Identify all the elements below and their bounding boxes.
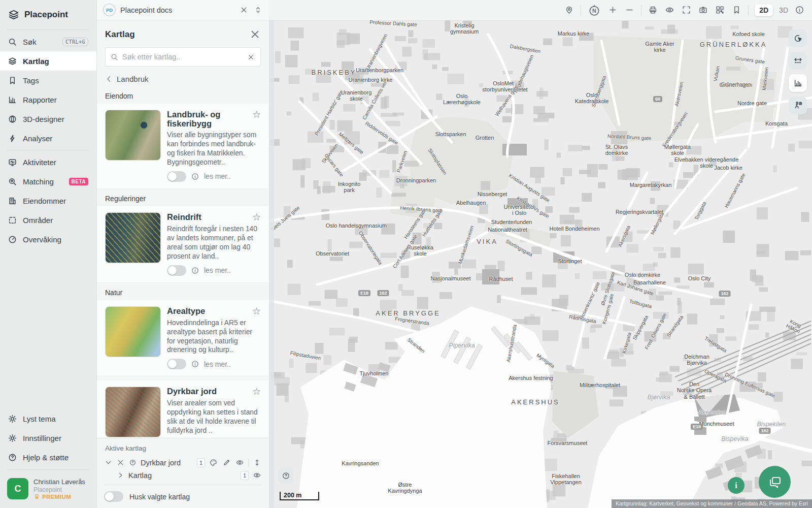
layer-title: Dyrkbar jord bbox=[167, 387, 217, 396]
active-sublayer-row[interactable]: Kartlag 1 bbox=[104, 469, 262, 485]
zoom-in-button[interactable] bbox=[607, 5, 618, 15]
user-card[interactable]: C Christian Løverås Placepoint PREMIUM bbox=[0, 472, 96, 508]
camera-icon bbox=[699, 6, 707, 14]
expand-icon[interactable] bbox=[116, 471, 125, 480]
workspace-switcher-button[interactable] bbox=[253, 5, 263, 15]
divider bbox=[7, 150, 89, 150]
workspace-search[interactable]: PD Placepoint docs bbox=[97, 0, 269, 20]
gauge-clock-icon bbox=[8, 235, 17, 244]
favorite-star-icon[interactable]: ☆ bbox=[249, 110, 261, 119]
user-name: Christian Løverås bbox=[33, 478, 85, 486]
remember-layers-toggle[interactable] bbox=[104, 491, 123, 502]
chat-icon bbox=[768, 475, 782, 489]
select-area-button[interactable] bbox=[789, 29, 807, 47]
zoom-out-button[interactable] bbox=[624, 5, 635, 15]
sidebar-item-overvaking[interactable]: Overvåking bbox=[0, 230, 96, 249]
sidebar-item-rapporter[interactable]: Rapporter bbox=[0, 90, 96, 109]
info-icon[interactable] bbox=[191, 267, 199, 274]
layer-toggle[interactable] bbox=[167, 359, 186, 369]
sidebar-item-analyser[interactable]: Analyser bbox=[0, 129, 96, 148]
layer-card[interactable]: Arealtype ☆ Hovedinndelinga i AR5 er are… bbox=[97, 300, 269, 376]
favorite-star-icon[interactable]: ☆ bbox=[249, 212, 261, 222]
layer-thumbnail bbox=[105, 306, 161, 357]
breadcrumb-back[interactable]: Landbruk bbox=[97, 68, 269, 85]
statistics-button[interactable] bbox=[789, 74, 807, 92]
sidebar-item-sok[interactable]: Søk CTRL+G bbox=[0, 32, 96, 51]
active-layers-header: Aktive kartlag bbox=[104, 442, 262, 456]
travel-time-button[interactable] bbox=[789, 97, 807, 114]
favorite-star-icon[interactable]: ☆ bbox=[249, 306, 261, 316]
layer-description: Hovedinndelinga i AR5 er arealtype baser… bbox=[167, 319, 261, 355]
minus-icon bbox=[625, 6, 634, 14]
layer-toggle[interactable] bbox=[167, 265, 186, 276]
read-more-link[interactable]: les mer.. bbox=[204, 266, 231, 274]
read-more-link[interactable]: les mer.. bbox=[204, 172, 231, 180]
close-panel-button[interactable] bbox=[249, 28, 261, 40]
location-icon bbox=[565, 6, 573, 14]
layer-toggle[interactable] bbox=[167, 171, 186, 182]
favorite-star-icon[interactable]: ☆ bbox=[249, 387, 261, 396]
info-icon[interactable] bbox=[191, 360, 199, 368]
layer-card[interactable]: Dyrkbar jord ☆ Viser arealer som ved opp… bbox=[97, 380, 269, 438]
lightning-icon bbox=[8, 134, 17, 143]
sidebar-item-innstillinger[interactable]: Innstillinger bbox=[0, 429, 96, 448]
basemap bbox=[269, 20, 812, 508]
read-more-link[interactable]: les mer.. bbox=[204, 360, 231, 368]
map-canvas[interactable]: Professor Dahls gateKristelig gymnasiumM… bbox=[269, 20, 812, 508]
map-info-fab[interactable]: i bbox=[728, 477, 745, 494]
sidebar-item-kartlag[interactable]: Kartlag bbox=[0, 51, 96, 71]
sidebar-item-eiendommer[interactable]: Eiendommer bbox=[0, 191, 96, 210]
location-button[interactable] bbox=[564, 5, 574, 15]
sidebar-item-omrader[interactable]: Områder bbox=[0, 210, 96, 230]
visibility-button[interactable] bbox=[664, 5, 675, 15]
bar-chart-icon bbox=[8, 96, 17, 104]
sidebar: Placepoint Søk CTRL+G Kartlag Tags Rappo… bbox=[0, 0, 96, 508]
bookmark-button[interactable] bbox=[731, 5, 742, 15]
clear-workspace-button[interactable] bbox=[239, 5, 249, 15]
print-button[interactable] bbox=[648, 5, 658, 15]
map-info-button[interactable] bbox=[794, 5, 805, 15]
sidebar-item-hjelp[interactable]: Hjelp & støtte bbox=[0, 448, 96, 467]
sidebar-item-matching[interactable]: Matching BETA bbox=[0, 172, 96, 191]
sidebar-item-aktiviteter[interactable]: Aktiviteter bbox=[0, 152, 96, 172]
layer-title: Arealtype bbox=[167, 306, 205, 315]
active-layer-row[interactable]: Dyrkbar jord 1 bbox=[104, 456, 262, 469]
layer-description: Viser alle bygningstyper som kan forbind… bbox=[167, 131, 261, 167]
dashed-square-icon bbox=[8, 216, 17, 225]
divider bbox=[7, 469, 89, 470]
sidebar-item-3d-designer[interactable]: 3D-designer bbox=[0, 109, 96, 129]
layer-title: Reindrift bbox=[167, 212, 201, 221]
map-help-button[interactable] bbox=[278, 467, 294, 484]
eye-icon bbox=[665, 6, 674, 14]
layer-search-input[interactable] bbox=[122, 53, 243, 61]
info-icon[interactable] bbox=[191, 173, 199, 180]
fullscreen-button[interactable] bbox=[681, 5, 692, 15]
collapse-icon[interactable] bbox=[104, 458, 113, 467]
sidebar-item-tags[interactable]: Tags bbox=[0, 71, 96, 90]
screenshot-button[interactable] bbox=[698, 5, 708, 15]
palette-icon[interactable] bbox=[209, 458, 218, 467]
qr-code-icon bbox=[716, 6, 724, 14]
compass-button[interactable]: N bbox=[587, 3, 601, 17]
visibility-icon[interactable] bbox=[252, 470, 262, 480]
clear-search-icon[interactable] bbox=[247, 53, 255, 61]
measure-button[interactable] bbox=[789, 52, 807, 70]
layer-help-icon[interactable] bbox=[128, 458, 137, 467]
brush-icon[interactable] bbox=[222, 458, 231, 467]
sublayer-name: Kartlag bbox=[128, 471, 152, 480]
close-icon bbox=[240, 6, 248, 14]
plus-icon bbox=[608, 6, 617, 14]
sidebar-item-lyst-tema[interactable]: Lyst tema bbox=[0, 409, 96, 429]
mode-3d-button[interactable]: 3D bbox=[779, 6, 788, 14]
visibility-icon[interactable] bbox=[235, 458, 245, 467]
layers-icon bbox=[8, 57, 17, 66]
remove-layer-icon[interactable] bbox=[116, 458, 125, 467]
chat-fab[interactable] bbox=[759, 466, 791, 498]
layer-card[interactable]: Reindrift ☆ Reindrift foregår i nesten 1… bbox=[97, 206, 269, 282]
reorder-icon[interactable] bbox=[252, 458, 262, 467]
app-logo[interactable]: Placepoint bbox=[0, 0, 96, 27]
mode-2d-button[interactable]: 2D bbox=[755, 4, 773, 16]
layer-card[interactable]: Landbruk- og fiskeribygg ☆ Viser alle by… bbox=[97, 104, 269, 188]
scale-bar: 200 m bbox=[280, 492, 319, 500]
qr-code-button[interactable] bbox=[715, 5, 725, 15]
